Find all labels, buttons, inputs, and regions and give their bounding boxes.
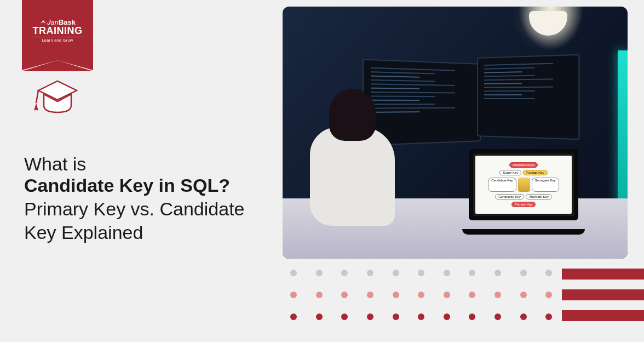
- decorative-bars: [562, 269, 644, 321]
- hero-illustration: Database Keys Super Key Foreign Key Cand…: [283, 7, 628, 259]
- accent-light: [618, 50, 628, 204]
- database-icon: [518, 178, 530, 192]
- developer-figure: [310, 89, 398, 226]
- brand-logo: JanBask TRAINING Learn and Grow: [33, 19, 83, 42]
- headline-intro: What is: [24, 153, 265, 175]
- code-display: [484, 62, 572, 102]
- brand-ribbon: JanBask TRAINING Learn and Grow: [22, 0, 93, 60]
- brand-name: JanBask: [33, 19, 83, 26]
- headline-subtitle: Primary Key vs. Candidate Key Explained: [24, 197, 265, 244]
- laptop-screen: Database Keys Super Key Foreign Key Cand…: [469, 149, 578, 220]
- headline-topic: Candidate Key in SQL?: [24, 175, 265, 196]
- database-keys-diagram: Database Keys Super Key Foreign Key Cand…: [475, 156, 572, 214]
- decorative-dots: [290, 270, 553, 320]
- brand-training: TRAINING: [33, 26, 83, 36]
- primary-key-label: Primary Key: [511, 202, 536, 207]
- right-monitor: [477, 54, 579, 140]
- brand-tagline: Learn and Grow: [33, 37, 83, 42]
- diagram-title: Database Keys: [509, 162, 538, 168]
- article-headline: What is Candidate Key in SQL? Primary Ke…: [24, 153, 265, 244]
- graduation-cap-icon: [27, 71, 88, 121]
- foreground-laptop: Database Keys Super Key Foreign Key Cand…: [469, 149, 589, 231]
